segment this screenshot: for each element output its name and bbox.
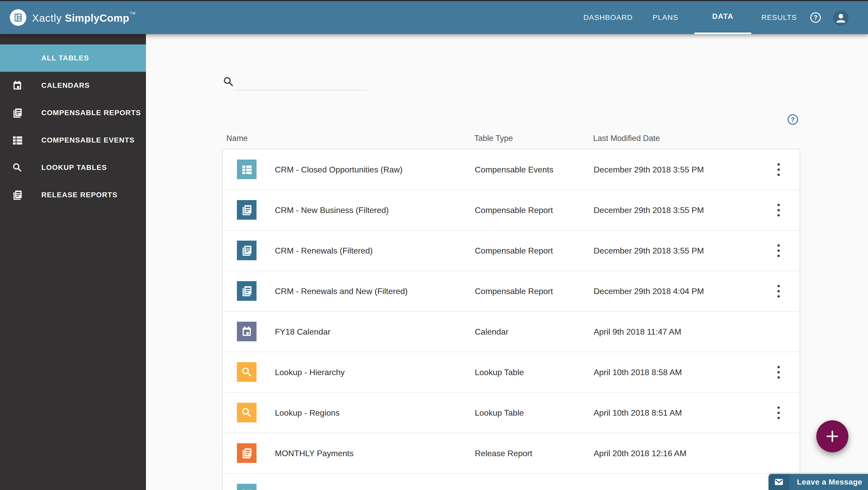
sidebar-item-label: COMPENSABLE EVENTS <box>41 136 134 144</box>
row-menu-kebab-icon[interactable] <box>777 405 782 420</box>
row-name: CRM - Closed Opportunities (Raw) <box>275 165 402 174</box>
row-menu-kebab-icon[interactable] <box>777 243 782 258</box>
table-type-icon <box>237 403 256 422</box>
report-icon <box>240 203 253 216</box>
sidebar: ALL TABLES <box>0 34 146 490</box>
table-row[interactable]: CRM - Closed Opportunities (Raw) Compens… <box>223 150 800 190</box>
row-table-type: Lookup Table <box>475 408 524 418</box>
calendar-icon <box>11 79 23 91</box>
row-last-modified: April 9th 2018 11:47 AM <box>594 327 681 336</box>
report-icon <box>240 244 253 257</box>
sidebar-item-icon <box>11 134 23 146</box>
main-content: ? Name Table Type Last Modified Date <box>146 34 868 490</box>
column-header-name: Name <box>226 134 248 143</box>
brand: Xactly SimplyCompTM <box>10 1 135 34</box>
add-table-button[interactable] <box>816 420 848 452</box>
sidebar-item[interactable]: CALENDARS <box>0 72 146 99</box>
row-last-modified: April 10th 2018 8:58 AM <box>594 367 682 377</box>
table-type-icon <box>237 362 256 382</box>
row-menu-kebab-icon[interactable] <box>777 284 782 298</box>
row-name: CRM - Renewals (Filtered) <box>275 246 373 255</box>
table-type-icon <box>237 443 256 463</box>
row-name: CRM - Renewals and New (Filtered) <box>275 286 408 296</box>
tables-list-card: CRM - Closed Opportunities (Raw) Compens… <box>222 149 800 490</box>
row-last-modified: April 18th 2018 9:28 AM <box>594 489 682 490</box>
column-header-modified: Last Modified Date <box>593 134 660 143</box>
search-input[interactable] <box>234 77 367 90</box>
row-name: FY18 Calendar <box>275 327 331 336</box>
sidebar-item-label: RELEASE REPORTS <box>41 191 118 199</box>
table-type-icon <box>237 160 256 179</box>
sidebar-item-label: LOOKUP TABLES <box>41 163 107 172</box>
user-avatar[interactable] <box>833 10 848 26</box>
row-menu-kebab-icon[interactable] <box>777 365 782 380</box>
tab-data[interactable]: DATA <box>712 1 734 34</box>
row-last-modified: December 29th 2018 3:55 PM <box>594 246 704 255</box>
row-table-type: Calendar <box>475 327 508 336</box>
window-top-strip <box>0 0 868 1</box>
help-icon[interactable]: ? <box>810 12 821 23</box>
calendar-icon <box>240 325 253 338</box>
svg-text:?: ? <box>791 116 795 123</box>
row-table-type: Compensable Report <box>475 246 553 255</box>
list-icon <box>240 163 253 176</box>
table-type-icon <box>237 484 256 490</box>
row-last-modified: December 29th 2018 3:55 PM <box>594 205 704 215</box>
tab-dashboard[interactable]: DASHBOARD <box>584 1 633 34</box>
row-menu-kebab-icon[interactable] <box>777 162 782 177</box>
row-last-modified: December 29th 2018 3:55 PM <box>594 165 704 174</box>
leave-message-button[interactable]: Leave a Message <box>769 474 868 490</box>
table-row[interactable]: Lookup - Regions Lookup Table April 10th… <box>223 393 800 433</box>
svg-text:?: ? <box>813 14 817 21</box>
sidebar-item-icon <box>11 189 23 201</box>
row-table-type: Lookup Table <box>475 367 524 377</box>
row-name: Lookup - Regions <box>275 408 340 418</box>
tab-results[interactable]: RESULTS <box>761 1 797 34</box>
table-type-icon <box>237 322 256 341</box>
trademark-symbol: TM <box>130 11 135 15</box>
table-row[interactable]: Paid Invoices (Raw) Compensable Events A… <box>223 474 800 490</box>
magnifier-icon <box>240 366 253 379</box>
table-row[interactable]: Lookup - Hierarchy Lookup Table April 10… <box>223 352 800 393</box>
row-name: Paid Invoices (Raw) <box>275 489 348 490</box>
sidebar-item[interactable]: COMPENSABLE EVENTS <box>0 127 146 154</box>
row-menu-kebab-icon[interactable] <box>777 203 782 217</box>
app-window: Xactly SimplyCompTM DASHBOARD PLANS DATA… <box>0 0 868 490</box>
plus-icon <box>825 429 840 444</box>
list-icon <box>11 134 23 146</box>
row-last-modified: December 29th 2018 4:04 PM <box>594 286 704 296</box>
table-row[interactable]: CRM - New Business (Filtered) Compensabl… <box>223 190 800 231</box>
table-row[interactable]: FY18 Calendar Calendar April 9th 2018 11… <box>223 312 800 352</box>
row-table-type: Compensable Events <box>475 165 553 174</box>
sidebar-item[interactable]: ALL TABLES <box>0 44 146 72</box>
tab-plans[interactable]: PLANS <box>653 1 678 34</box>
sidebar-item-label: ALL TABLES <box>41 54 89 62</box>
sidebar-item[interactable]: COMPENSABLE REPORTS <box>0 99 146 127</box>
row-table-type: Compensable Events <box>475 489 553 490</box>
sidebar-item[interactable]: RELEASE REPORTS <box>0 181 146 208</box>
magnifier-icon <box>11 162 23 173</box>
row-last-modified: April 20th 2018 12:16 AM <box>594 449 686 458</box>
magnifier-icon <box>240 406 253 419</box>
sidebar-item-label: CALENDARS <box>41 81 90 90</box>
sidebar-item-icon <box>11 162 23 173</box>
envelope-icon <box>769 474 789 490</box>
sidebar-item-icon <box>11 79 23 91</box>
xactly-logo-icon <box>10 9 26 26</box>
report-icon <box>11 189 23 201</box>
report-icon <box>11 107 23 119</box>
active-tab-underline <box>694 33 751 34</box>
table-row[interactable]: CRM - Renewals and New (Filtered) Compen… <box>223 271 800 312</box>
report-icon <box>240 447 253 460</box>
leave-message-label: Leave a Message <box>789 474 868 490</box>
row-table-type: Compensable Report <box>475 205 553 215</box>
table-help-icon[interactable]: ? <box>787 114 799 125</box>
row-name: CRM - New Business (Filtered) <box>275 205 389 215</box>
table-type-icon <box>237 200 256 220</box>
table-row[interactable]: CRM - Renewals (Filtered) Compensable Re… <box>223 231 800 271</box>
table-type-icon <box>237 240 256 260</box>
table-type-icon <box>237 281 256 301</box>
row-table-type: Release Report <box>475 449 532 458</box>
table-row[interactable]: MONTHLY Payments Release Report April 20… <box>223 433 800 474</box>
sidebar-item[interactable]: LOOKUP TABLES <box>0 154 146 181</box>
